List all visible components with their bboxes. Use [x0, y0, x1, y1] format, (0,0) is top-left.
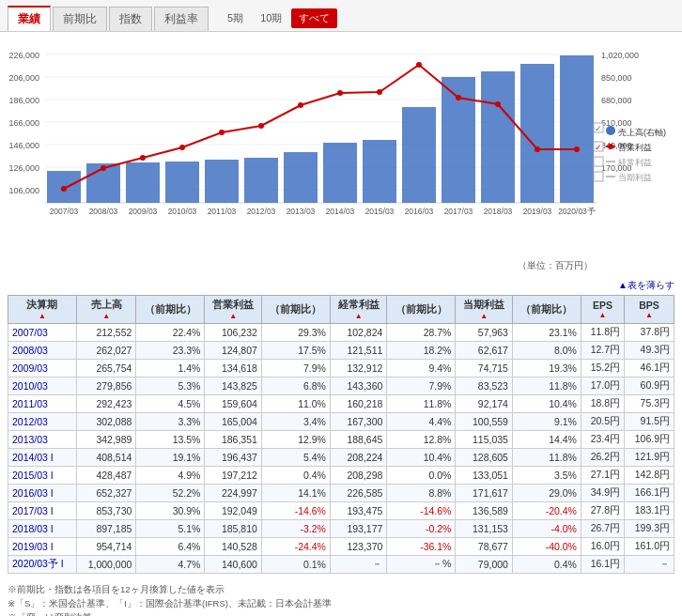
footnotes: ※前期比・指数は各項目を12ヶ月換算した値を表示 ※「S」：米国会計基準、「I」…	[0, 578, 682, 616]
table-cell: 79,000	[456, 556, 512, 574]
svg-text:146,000: 146,000	[9, 141, 39, 150]
table-cell: 199.3円	[625, 520, 674, 538]
table-cell: 27.8円	[581, 502, 624, 520]
tab-index[interactable]: 指数	[109, 7, 152, 31]
table-cell: 0.4%	[512, 556, 581, 574]
table-cell: 0.1%	[261, 556, 330, 574]
table-cell: 27.1円	[581, 467, 624, 485]
table-cell: 2009/03	[8, 360, 77, 377]
table-cell: 11.8%	[512, 377, 581, 395]
table-cell: 2017/03 I	[8, 502, 77, 520]
collapse-label[interactable]: ▲表を薄らす	[618, 279, 674, 292]
footnote-3: ※「変」は変則決算	[8, 610, 674, 616]
tab-margin[interactable]: 利益率	[154, 7, 209, 31]
svg-point-49	[61, 186, 67, 192]
period-5[interactable]: 5期	[220, 8, 251, 28]
table-cell: 143,360	[330, 377, 386, 395]
svg-rect-28	[323, 143, 357, 203]
th-sales-yoy: （前期比）	[136, 296, 205, 324]
table-cell: 279,856	[76, 377, 136, 395]
table-cell: 265,754	[76, 360, 136, 377]
table-row: 2020/03予 I1,000,0004.7%140,6000.1%－－%79,…	[8, 556, 674, 574]
table-section: ▲表を薄らす 決算期▲ 売上高▲ （前期比） 営業利益▲ （前期比） 経常利益▲…	[0, 274, 682, 578]
table-cell: 16.1円	[581, 556, 624, 574]
table-cell: 10.4%	[512, 395, 581, 413]
svg-point-60	[495, 101, 501, 107]
table-cell: 78,677	[456, 538, 512, 556]
table-cell: 57,963	[456, 324, 512, 342]
table-cell: 2007/03	[8, 324, 77, 342]
table-row: 2009/03265,7541.4%134,6187.9%132,9129.4%…	[8, 360, 674, 377]
svg-point-61	[535, 146, 540, 152]
table-cell: 11.8%	[387, 395, 456, 413]
table-cell: 6.4%	[136, 538, 205, 556]
performance-table: 決算期▲ 売上高▲ （前期比） 営業利益▲ （前期比） 経常利益▲ （前期比） …	[8, 295, 674, 574]
table-cell: 2015/03 I	[8, 467, 77, 485]
table-cell: 11.8%	[512, 449, 581, 467]
table-cell: 8.8%	[387, 485, 456, 502]
svg-rect-26	[244, 158, 278, 203]
table-row: 2010/03279,8565.3%143,8256.8%143,3607.9%…	[8, 377, 674, 395]
table-cell: 212,552	[76, 324, 136, 342]
tab-performance[interactable]: 業績	[8, 6, 51, 31]
table-cell: 193,177	[330, 520, 386, 538]
svg-point-66	[608, 144, 613, 149]
th-ord: 経常利益▲	[330, 296, 386, 324]
table-cell: 2011/03	[8, 395, 77, 413]
table-cell: 12.8%	[387, 431, 456, 449]
table-cell: 166.1円	[625, 485, 674, 502]
table-cell: 186,351	[205, 431, 261, 449]
table-cell: 134,618	[205, 360, 261, 377]
table-cell: 4.5%	[136, 395, 205, 413]
table-cell: 3.5%	[512, 467, 581, 485]
svg-text:2013/03: 2013/03	[287, 207, 316, 216]
th-op-yoy: （前期比）	[261, 296, 330, 324]
tab-yoy[interactable]: 前期比	[53, 7, 107, 31]
table-cell: 140,528	[205, 538, 261, 556]
svg-text:850,000: 850,000	[601, 73, 632, 83]
table-cell: 652,327	[76, 485, 136, 502]
period-10[interactable]: 10期	[253, 8, 289, 28]
svg-point-50	[101, 165, 106, 171]
svg-text:営業利益: 営業利益	[618, 143, 652, 152]
table-cell: 12.9%	[261, 431, 330, 449]
svg-text:✓: ✓	[595, 124, 602, 133]
table-cell: 171,617	[456, 485, 512, 502]
svg-text:1,020,000: 1,020,000	[601, 51, 639, 60]
table-cell: 10.4%	[387, 449, 456, 467]
period-all[interactable]: すべて	[291, 8, 337, 28]
table-cell: 14.4%	[512, 431, 581, 449]
table-cell: 6.8%	[261, 377, 330, 395]
table-cell: 19.3%	[512, 360, 581, 377]
table-cell: 106,232	[205, 324, 261, 342]
table-row: 2015/03 I428,4874.9%197,2120.4%208,2980.…	[8, 467, 674, 485]
table-cell: －	[625, 556, 674, 574]
table-cell: 428,487	[76, 467, 136, 485]
table-row: 2012/03302,0883.3%165,0043.4%167,3004.4%…	[8, 413, 674, 431]
table-cell: 2020/03予 I	[8, 556, 77, 574]
table-cell: 2012/03	[8, 413, 77, 431]
footnote-2: ※「S」：米国会計基準、「I」：国際会計基準(IFRS)、未記載：日本会計基準	[8, 596, 674, 610]
table-cell: 4.4%	[387, 413, 456, 431]
svg-rect-32	[481, 71, 515, 203]
svg-rect-33	[520, 64, 554, 203]
main-chart: 226,000 206,000 186,000 166,000 146,000 …	[9, 41, 676, 257]
table-cell: -40.0%	[512, 538, 581, 556]
table-cell: 208,298	[330, 467, 386, 485]
table-cell: 49.3円	[625, 342, 674, 360]
table-cell: 83,523	[456, 377, 512, 395]
table-cell: 2014/03 I	[8, 449, 77, 467]
svg-text:2011/03: 2011/03	[208, 207, 237, 216]
svg-text:2016/03: 2016/03	[405, 207, 434, 216]
table-cell: 7.9%	[387, 377, 456, 395]
table-cell: 23.4円	[581, 431, 624, 449]
table-cell: 161.0円	[625, 538, 674, 556]
table-row: 2018/03 I897,1855.1%185,810-3.2%193,177-…	[8, 520, 674, 538]
svg-point-57	[377, 89, 382, 95]
table-cell: 196,437	[205, 449, 261, 467]
svg-text:✓: ✓	[595, 143, 602, 152]
svg-text:2014/03: 2014/03	[326, 207, 355, 216]
table-row: 2017/03 I853,73030.9%192,049-14.6%193,47…	[8, 502, 674, 520]
table-cell: 102,824	[330, 324, 386, 342]
table-cell: 3.4%	[261, 413, 330, 431]
